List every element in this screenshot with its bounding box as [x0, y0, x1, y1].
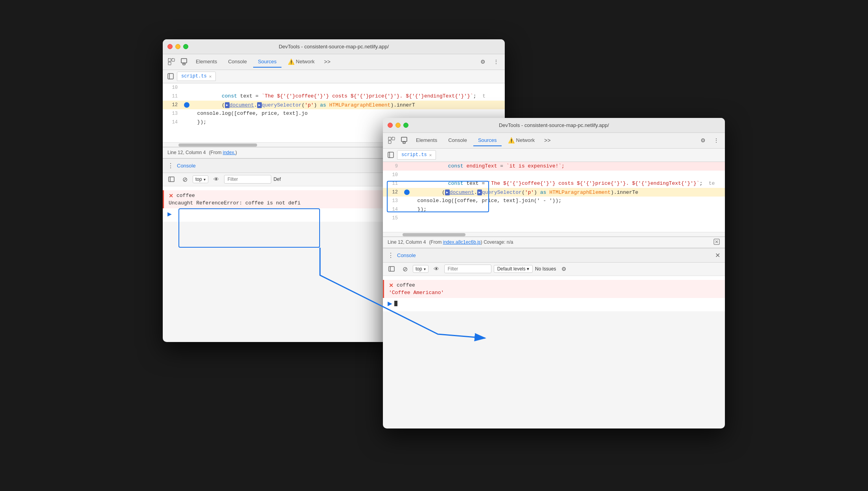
window-title-front: DevTools - consistent-source-map-pc.netl… — [499, 122, 609, 128]
warning-icon-back: ⚠️ — [288, 59, 294, 65]
inspect-icon[interactable] — [166, 56, 177, 67]
clear-console-icon-front[interactable]: ⊘ — [399, 263, 410, 274]
console-input-row-front: ▶ — [383, 299, 725, 308]
traffic-lights-back — [167, 44, 188, 49]
console-filter-input-front[interactable] — [444, 265, 491, 273]
svg-rect-3 — [181, 59, 187, 63]
eye-icon-front[interactable]: 👁 — [431, 263, 442, 274]
svg-rect-9 — [388, 137, 391, 140]
console-close-front[interactable]: ✕ — [715, 252, 720, 259]
more-options-icon-back[interactable]: ⋮ — [491, 56, 502, 67]
context-selector-front[interactable]: top ▾ — [413, 265, 428, 273]
error-name-back: coffee — [177, 193, 195, 199]
file-tab-bar-front: script.ts ✕ — [383, 149, 725, 162]
console-toolbar-front: ⊘ top ▾ 👁 Default levels ▾ No Issues ⚙ — [383, 263, 725, 276]
breakpoint-12-front — [404, 189, 410, 195]
svg-rect-2 — [168, 62, 171, 65]
maximize-button-front[interactable] — [403, 123, 408, 128]
value-entry-front: ✕ coffee 'Coffee Americano' — [383, 280, 725, 298]
file-tab-back[interactable]: script.ts ✕ — [177, 72, 216, 81]
close-button-front[interactable] — [388, 123, 393, 128]
sidebar-toggle-back[interactable] — [166, 72, 175, 81]
minimize-button-back[interactable] — [175, 44, 180, 49]
status-bar-front: Line 12, Column 4 (From index.a8c1ec6b.j… — [383, 237, 725, 248]
console-header-front: ⋮ Console ✕ — [383, 248, 725, 263]
tab-elements-front[interactable]: Elements — [411, 135, 442, 146]
svg-rect-19 — [389, 267, 394, 271]
tab-sources-back[interactable]: Sources — [253, 56, 281, 68]
value-result-front: 'Coffee Americano' — [389, 289, 720, 296]
context-dropdown-arrow-front: ▾ — [424, 267, 426, 271]
console-sidebar-icon-front[interactable] — [386, 263, 397, 274]
device-toggle-icon-front[interactable] — [399, 135, 410, 146]
value-name-front: coffee — [397, 282, 415, 288]
warning-icon-front: ⚠️ — [508, 137, 515, 143]
dt-toolbar-back: Elements Console Sources ⚠️ Network >> ⚙… — [163, 54, 505, 70]
cursor-position-front: Line 12, Column 4 — [388, 239, 426, 245]
clear-console-icon-back[interactable]: ⊘ — [179, 174, 190, 185]
console-default-levels-back[interactable]: Def — [274, 177, 281, 182]
code-line-9-front: 9 const endingText = `it is expensive!`; — [383, 162, 725, 171]
tab-network-back[interactable]: ⚠️ Network — [283, 56, 320, 68]
file-tab-name-back: script.ts — [181, 74, 207, 79]
inspect-icon-front[interactable] — [386, 135, 397, 146]
scrollbar-front[interactable] — [383, 232, 725, 237]
console-sidebar-icon-back[interactable] — [166, 174, 177, 185]
svg-rect-12 — [401, 137, 407, 142]
source-link-back[interactable]: index. — [223, 150, 235, 155]
console-menu-back[interactable]: ⋮ — [167, 162, 174, 169]
source-link-front[interactable]: index.a8c1ec6b.js — [443, 239, 481, 245]
settings-icon-back[interactable]: ⚙ — [477, 56, 488, 67]
console-settings-icon-front[interactable]: ⚙ — [558, 263, 569, 274]
file-tab-front[interactable]: script.ts ✕ — [397, 150, 436, 160]
more-tabs-front[interactable]: >> — [541, 136, 554, 145]
coverage-icon — [713, 238, 720, 246]
default-levels-btn-front[interactable]: Default levels ▾ — [494, 265, 533, 273]
tab-network-front[interactable]: ⚠️ Network — [503, 135, 540, 147]
title-bar-front: DevTools - consistent-source-map-pc.netl… — [383, 118, 725, 133]
svg-rect-0 — [168, 59, 171, 61]
device-toggle-icon[interactable] — [178, 56, 189, 67]
context-selector-back[interactable]: top ▾ — [193, 175, 208, 183]
code-line-13-front: 13 console.log([coffee, price, text].joi… — [383, 197, 725, 205]
console-menu-front[interactable]: ⋮ — [388, 252, 394, 259]
scrollbar-thumb-back[interactable] — [178, 143, 257, 147]
more-options-icon-front[interactable]: ⋮ — [711, 135, 722, 146]
tab-console-back[interactable]: Console — [223, 56, 252, 68]
svg-rect-11 — [388, 141, 391, 143]
traffic-lights-front — [388, 123, 408, 128]
console-section-front: ⋮ Console ✕ ⊘ top ▾ 👁 — [383, 248, 725, 311]
context-dropdown-arrow-back: ▾ — [204, 177, 206, 182]
tab-sources-front[interactable]: Sources — [473, 135, 502, 146]
svg-rect-14 — [388, 152, 394, 158]
scrollbar-thumb-front[interactable] — [403, 233, 465, 236]
more-tabs-back[interactable]: >> — [321, 57, 333, 66]
error-icon-back: ✕ — [169, 193, 173, 199]
scene: DevTools - consistent-source-map-pc.netl… — [163, 39, 705, 452]
value-header-front: ✕ coffee — [389, 282, 720, 289]
eye-icon-back[interactable]: 👁 — [211, 174, 222, 185]
svg-rect-5 — [168, 74, 173, 79]
maximize-button-back[interactable] — [183, 44, 188, 49]
console-filter-input-back[interactable] — [224, 175, 271, 184]
code-line-15-front: 15 — [383, 214, 725, 223]
devtools-window-front: DevTools - consistent-source-map-pc.netl… — [383, 118, 725, 428]
prompt-arrow-front: ▶ — [388, 300, 392, 307]
minimize-button-front[interactable] — [395, 123, 401, 128]
toolbar-right-back: ⚙ ⋮ — [477, 56, 502, 67]
title-bar-back: DevTools - consistent-source-map-pc.netl… — [163, 39, 505, 54]
console-title-front: Console — [397, 252, 416, 258]
settings-icon-front[interactable]: ⚙ — [697, 135, 708, 146]
code-line-14-front: 14 }); — [383, 205, 725, 214]
cursor-position-back: Line 12, Column 4 — [167, 150, 206, 155]
tab-elements-back[interactable]: Elements — [191, 56, 222, 68]
tab-console-front[interactable]: Console — [443, 135, 472, 146]
file-tab-close-front[interactable]: ✕ — [429, 153, 432, 158]
value-string-front: 'Coffee Americano' — [389, 290, 444, 296]
console-title-back: Console — [177, 163, 196, 169]
close-button-back[interactable] — [167, 44, 173, 49]
breakpoint-12-back — [184, 102, 189, 108]
svg-rect-4 — [183, 63, 185, 65]
file-tab-close-back[interactable]: ✕ — [209, 74, 212, 79]
sidebar-toggle-front[interactable] — [386, 150, 395, 160]
